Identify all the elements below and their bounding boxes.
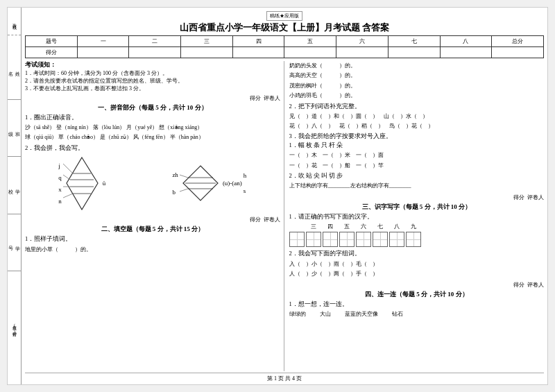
section4-sub1: 1．想一想，连一连。 (289, 300, 545, 309)
notice-box: 考试须知： 1．考试时间：60 分钟，满分为 100 分（含卷面分 3 分）。 … (25, 61, 280, 92)
watermark: 稿纸★应用版 (266, 11, 302, 21)
connect-item-1: 绿绿的 (289, 310, 306, 318)
hanzi-cell-1 (306, 232, 321, 247)
score-table-header-5: 五 (284, 36, 336, 47)
match-left-2: zhb (172, 171, 178, 196)
score-table-header-4: 四 (232, 36, 284, 47)
word-complete-2: 花（ ）八（ ） 花（ ）稻（ ） 鸟（ ）花（ ） (289, 121, 545, 131)
notice-item-3: 3．不要在试卷上乱写乱画，卷面不整洁扣 3 分。 (25, 85, 280, 92)
char-blanks-1: 一（ ）木 一（ ）米 一（ ）面 (289, 151, 545, 160)
word-pairs-2: 人（ ）少（ ）两（ ）手（ ） (289, 269, 545, 279)
score-table-header-1: 一 (77, 36, 129, 47)
col-header-3: 三 (306, 223, 321, 230)
score-reviewer-4: 得分 评卷人 (289, 281, 545, 289)
match-diamond-1 (63, 154, 101, 213)
col-header-9: 九 (406, 223, 421, 230)
section2-title: 二、填空题（每题 5 分，共计 15 分） (25, 225, 280, 234)
score-cell-total (492, 47, 544, 58)
svg-line-13 (180, 175, 188, 178)
section1-sub1: 1．圈出正确读音。 (25, 114, 280, 122)
match-group-2: zhb (u)-(an) (172, 162, 246, 204)
score-cell-3 (181, 47, 233, 58)
section2-sub2: 2．把下列词语补充完整。 (289, 103, 545, 111)
match-arrow-2 (180, 162, 221, 204)
fill-item-3: 高高的天空（ ）的。 (289, 71, 545, 80)
section2-sub1: 1．照样子填词。 (25, 235, 280, 244)
section2-sub3: 3．我会把所给的字按要求对号入座。 (289, 133, 545, 141)
svg-line-14 (180, 189, 188, 191)
fill-item-4: 茂密的枫叶（ ）的。 (289, 81, 545, 91)
section3-sub1: 1．请正确的书写下面的汉字。 (289, 213, 545, 221)
section1-sub2: 2．我会拼，我会写。 (25, 144, 280, 153)
match-right-2: (u)-(an) (223, 180, 242, 187)
score-reviewer-2: 得分 评卷人 (25, 216, 280, 223)
match-right-1: ü (103, 180, 106, 187)
score-table-header-3: 三 (181, 36, 233, 47)
char-blanks-2: 一（ ）花 一（ ）船 一（ ）竿 (289, 161, 545, 171)
score-reviewer-3: 得分 评卷人 (289, 194, 545, 201)
hanzi-cell-5 (373, 232, 388, 247)
score-table-header-7: 七 (388, 36, 440, 47)
notice-item-1: 1．考试时间：60 分钟，满分为 100 分（含卷面分 3 分）。 (25, 69, 280, 77)
section4-title: 四、连一连（每题 5 分，共计 10 分） (289, 290, 545, 299)
section2-item1: 地里的小草（ ）的。 (25, 245, 280, 255)
col-header-5: 五 (339, 223, 355, 230)
page-footer: 第 1 页 共 4 页 (25, 373, 544, 382)
hanzi-cell-0 (289, 232, 305, 247)
score-cell-4 (232, 47, 284, 58)
match-left-1: jqxn (58, 162, 62, 205)
score-table-header-6: 六 (336, 36, 388, 47)
word-pairs-1: 入（ ）小（ ）雨（ ）毛（ ） (289, 259, 545, 269)
hanzi-cell-3 (339, 232, 355, 247)
score-cell-6 (336, 47, 388, 58)
score-cell-2 (129, 47, 181, 58)
svg-marker-0 (67, 157, 98, 210)
hanzi-grid-row (289, 232, 545, 247)
svg-line-6 (63, 175, 70, 180)
col-header-7: 七 (373, 223, 388, 230)
score-table: 题号 一 二 三 四 五 六 七 八 总分 得分 (25, 35, 544, 58)
col-header-4: 四 (323, 223, 338, 230)
connect-item-4: 钻石 (392, 310, 403, 318)
right-column: 奶奶的头发（ ）的。 高高的天空（ ）的。 茂密的枫叶（ ）的。 小鸡的羽毛（ … (284, 61, 545, 371)
connect-item-2: 大山 (320, 310, 331, 318)
fill-item-2: 奶奶的头发（ ）的。 (289, 61, 545, 71)
section3-sub2: 2．我会写下面的字组词。 (289, 250, 545, 258)
word-complete-1: 见（ ）道（ ）和（ ）圆（ ） 山（ ）水（ ） (289, 112, 545, 121)
binding-label: 装 订 线 (11, 20, 17, 22)
hanzi-cell-6 (389, 232, 404, 247)
score-table-header-2: 二 (129, 36, 181, 47)
notice-title: 考试须知： (25, 61, 280, 69)
score-cell-1 (77, 47, 129, 58)
svg-line-8 (63, 194, 73, 198)
score-row-label: 得分 (26, 47, 78, 58)
section1-title: 一、拼音部分（每题 5 分，共计 10 分） (25, 103, 280, 112)
score-cell-7 (388, 47, 440, 58)
right-fill-items: 奶奶的头发（ ）的。 高高的天空（ ）的。 茂密的枫叶（ ）的。 小鸡的羽毛（ … (289, 61, 545, 101)
pinyin-line-2: 球（qiú qiū） 草（cháo chǎo） 是（zhū zǔ） 风（féng… (25, 133, 280, 142)
hanzi-cell-4 (356, 232, 371, 247)
pinyin-line-1: 沙（sā shě） 登（níng nín） 落（lòu lún） 月（yué y… (25, 123, 280, 133)
col-header-6: 六 (356, 223, 371, 230)
char-options-2: 2．吹 站 尖 叫 切 步 (289, 172, 545, 180)
score-table-header-9: 总分 (492, 36, 544, 47)
fill-item-5: 小鸡的羽毛（ ）的。 (289, 91, 545, 101)
match-group-1: jqxn (58, 154, 105, 213)
score-reviewer-1: 得分 评卷人 (25, 94, 280, 102)
score-table-header-0: 题号 (26, 36, 78, 47)
char-options-1: 1．幅 枚 条 只 杆 朵 (289, 142, 545, 150)
connect-item-3: 蓝蓝的天空像 (345, 310, 378, 318)
col-header-8: 八 (389, 223, 404, 230)
matching-diagrams: jqxn (25, 154, 280, 213)
page-title: 山西省重点小学一年级语文【上册】月考试题 含答案 (25, 22, 544, 34)
hanzi-cell-7 (406, 232, 421, 247)
hanzi-cell-2 (323, 232, 338, 247)
col-headers-row: 三 四 五 六 七 八 九 (289, 223, 545, 230)
match-labels-2: h s (244, 172, 247, 194)
score-cell-8 (440, 47, 492, 58)
notice-item-2: 2．请首先按要求在试卷的指定位置填写您的姓名、班级、学号。 (25, 77, 280, 85)
seal-label: 座位(密封) (11, 322, 17, 334)
section3-title: 三、识字写字（每题 5 分，共计 10 分） (289, 203, 545, 212)
score-table-header-8: 八 (440, 36, 492, 47)
section4-connect: 绿绿的 大山 蓝蓝的天空像 钻石 (289, 310, 545, 318)
